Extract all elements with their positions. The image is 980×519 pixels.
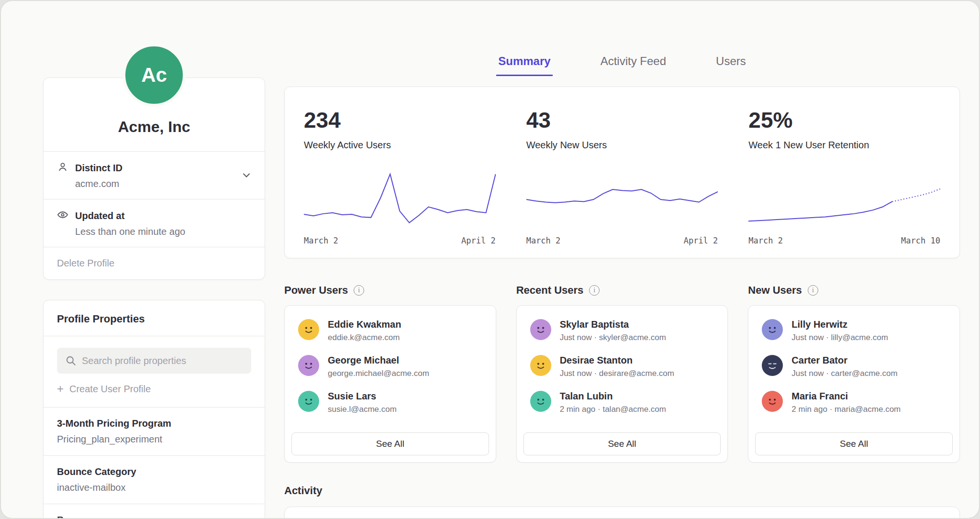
avatar	[762, 391, 783, 412]
user-name: Skylar Baptista	[560, 319, 666, 330]
smiley-face-icon	[301, 393, 317, 409]
user-meta: george.michael@acme.com	[328, 369, 429, 378]
plus-icon	[57, 383, 64, 395]
search-profile-properties-input[interactable]	[57, 348, 251, 374]
avatar	[298, 355, 319, 376]
property-value: Pricing_plan_experiment	[57, 434, 251, 445]
user-meta: 2 min ago · talan@acme.com	[560, 405, 666, 414]
user-name: Susie Lars	[328, 391, 397, 402]
user-row[interactable]: Skylar Baptista Just now · skyler@acme.c…	[530, 319, 714, 342]
property-item[interactable]: Bounce Category inactive-mailbox	[44, 455, 265, 504]
user-row[interactable]: Lilly Herwitz Just now · lilly@acme.com	[762, 319, 946, 342]
property-item[interactable]: 3-Month Pricing Program Pricing_plan_exp…	[44, 407, 265, 455]
field-label: Updated at	[75, 210, 124, 221]
axis-label-end: April 2	[461, 236, 496, 245]
stat-label: Weekly Active Users	[304, 140, 496, 151]
user-name: Eddie Kwakman	[328, 319, 401, 330]
axis-label-start: March 2	[748, 236, 783, 245]
see-all-button[interactable]: See All	[523, 432, 721, 455]
user-row[interactable]: Carter Bator Just now · carter@acme.com	[762, 355, 946, 378]
chevron-down-icon[interactable]	[241, 169, 252, 182]
user-row[interactable]: Talan Lubin 2 min ago · talan@acme.com	[530, 391, 714, 414]
activity-title: Activity	[284, 485, 960, 497]
create-user-profile-label: Create User Profile	[69, 384, 151, 395]
user-card: Lilly Herwitz Just now · lilly@acme.com …	[748, 305, 960, 463]
avatar	[530, 355, 551, 376]
user-row[interactable]: Desirae Stanton Just now · desirare@acme…	[530, 355, 714, 378]
user-row[interactable]: Susie Lars susie.l@acme.com	[298, 391, 482, 414]
tab-users[interactable]: Users	[714, 55, 748, 76]
weekly-active-users-line-chart	[304, 168, 496, 230]
user-name: Carter Bator	[791, 355, 897, 366]
smiley-face-icon	[301, 357, 317, 374]
user-meta: eddie.k@acme.com	[328, 333, 401, 342]
power-users-section: Power Users Eddie Kwakman eddie.k@acme.c…	[284, 284, 496, 463]
company-profile-card: Ac Acme, Inc Distinct ID acme.com	[43, 77, 265, 280]
section-title: New Users	[748, 284, 802, 297]
user-meta: 2 min ago · maria@acme.com	[791, 405, 901, 414]
user-meta: susie.l@acme.com	[328, 405, 397, 414]
search-icon	[65, 354, 77, 369]
profile-page: Ac Acme, Inc Distinct ID acme.com	[0, 0, 980, 519]
info-icon[interactable]	[589, 285, 600, 296]
retention-line-chart	[748, 168, 940, 230]
property-name: Bounce Category	[57, 466, 251, 477]
sidebar: Ac Acme, Inc Distinct ID acme.com	[43, 1, 265, 518]
see-all-button[interactable]: See All	[291, 432, 489, 455]
create-user-profile-button[interactable]: Create User Profile	[57, 383, 151, 395]
user-row[interactable]: Eddie Kwakman eddie.k@acme.com	[298, 319, 482, 342]
avatar	[530, 319, 551, 340]
user-card: Skylar Baptista Just now · skyler@acme.c…	[516, 305, 728, 463]
weekly-new-users-line-chart	[526, 168, 718, 230]
info-icon[interactable]	[808, 285, 818, 296]
user-name: Desirae Stanton	[560, 355, 674, 366]
axis-label-start: March 2	[526, 236, 561, 245]
info-icon[interactable]	[354, 285, 364, 296]
updated-at-row: Updated at Less than one minute ago	[44, 199, 265, 247]
profile-properties-card: Profile Properties Create User Profile 3…	[43, 300, 265, 519]
user-name: George Michael	[328, 355, 429, 366]
axis-label-end: March 10	[901, 236, 940, 245]
axis-label-start: March 2	[304, 236, 338, 245]
tab-summary[interactable]: Summary	[496, 55, 552, 76]
delete-profile-button[interactable]: Delete Profile	[44, 247, 265, 279]
avatar	[530, 391, 551, 412]
see-all-button[interactable]: See All	[755, 432, 953, 455]
user-row[interactable]: Maria Franci 2 min ago · maria@acme.com	[762, 391, 946, 414]
axis-label-end: April 2	[684, 236, 718, 245]
user-meta: Just now · skyler@acme.com	[560, 333, 666, 342]
field-value: acme.com	[75, 178, 251, 189]
avatar	[298, 391, 319, 412]
user-meta: Just now · desirare@acme.com	[560, 369, 674, 378]
avatar	[298, 319, 319, 340]
user-row[interactable]: George Michael george.michael@acme.com	[298, 355, 482, 378]
smiley-face-icon	[764, 321, 780, 338]
tab-activity-feed[interactable]: Activity Feed	[599, 55, 668, 76]
smiley-face-icon	[764, 393, 780, 409]
stat-value: 234	[304, 107, 496, 133]
new-users-section: New Users Lilly Herwitz Just now · lilly…	[748, 284, 960, 463]
user-card: Eddie Kwakman eddie.k@acme.com George Mi…	[284, 305, 496, 463]
section-title: Power Users	[284, 284, 348, 297]
field-value: Less than one minute ago	[75, 226, 251, 237]
activity-card: 234 940 3.4k	[284, 507, 960, 519]
distinct-id-row[interactable]: Distinct ID acme.com	[44, 151, 265, 199]
main-content: Summary Activity Feed Users 234 Weekly A…	[284, 1, 960, 518]
user-meta: Just now · lilly@acme.com	[791, 333, 888, 342]
user-meta: Just now · carter@acme.com	[791, 369, 897, 378]
stat-value: 43	[526, 107, 718, 133]
stat-value: 25%	[748, 107, 940, 133]
sleeping-face-icon	[764, 357, 780, 374]
property-name: 3-Month Pricing Program	[57, 418, 251, 429]
property-item[interactable]: Browser Chrome	[44, 504, 265, 519]
profile-properties-title: Profile Properties	[44, 300, 265, 336]
tab-bar: Summary Activity Feed Users	[284, 55, 960, 76]
stat-weekly-active-users: 234 Weekly Active Users March 2 April 2	[304, 107, 496, 245]
recent-users-section: Recent Users Skylar Baptista Just now · …	[516, 284, 728, 463]
avatar	[762, 355, 783, 376]
smiley-face-icon	[533, 393, 549, 409]
user-name: Talan Lubin	[560, 391, 666, 402]
property-value: inactive-mailbox	[57, 482, 251, 493]
person-icon	[57, 161, 68, 175]
smiley-face-icon	[533, 357, 549, 374]
